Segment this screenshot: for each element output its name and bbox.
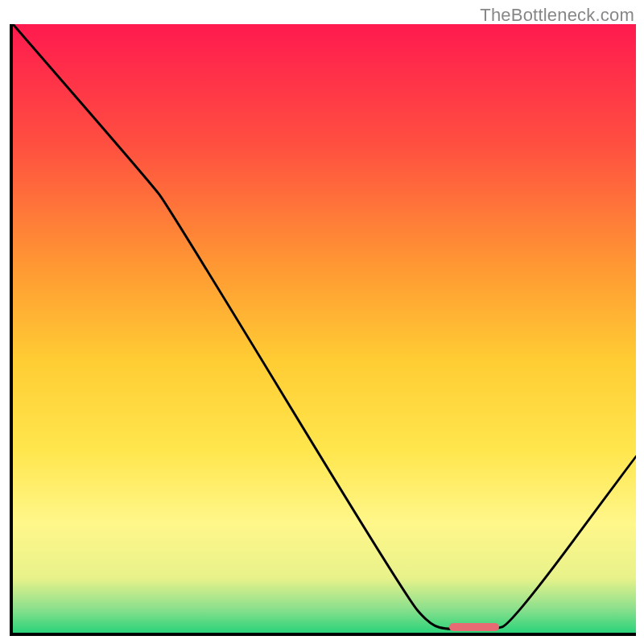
curve-layer (13, 24, 636, 633)
plot-area (10, 24, 636, 636)
bottleneck-curve (13, 24, 636, 630)
watermark-text: TheBottleneck.com (480, 5, 634, 26)
optimal-marker (449, 623, 499, 631)
